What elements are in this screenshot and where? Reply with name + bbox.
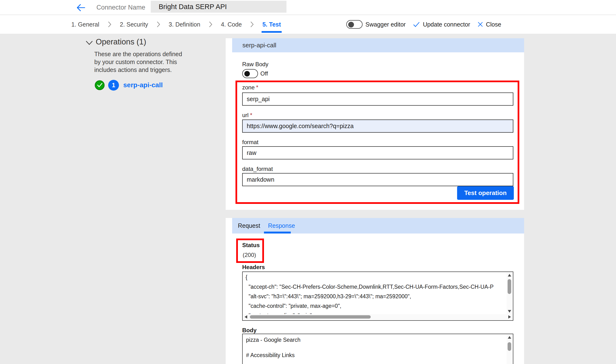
checkmark-icon <box>413 21 420 27</box>
scroll-up-icon[interactable] <box>508 274 511 276</box>
wizard-nav-bar: 1. General 2. Security 3. Definition 4. … <box>0 15 616 34</box>
operation-panel-header: serp-api-call <box>232 38 524 52</box>
chevron-right-icon <box>107 21 112 28</box>
scroll-up-icon[interactable] <box>508 336 511 339</box>
update-connector-button[interactable]: Update connector <box>413 21 470 28</box>
scroll-right-icon[interactable] <box>508 315 511 319</box>
scrollbar-thumb[interactable] <box>250 315 371 319</box>
operation-number-badge: 1 <box>108 80 119 91</box>
wizard-steps: 1. General 2. Security 3. Definition 4. … <box>71 15 281 34</box>
swagger-editor-label: Swagger editor <box>365 21 406 28</box>
swagger-editor-toggle[interactable] <box>346 20 363 29</box>
tab-code[interactable]: 4. Code <box>221 15 242 34</box>
zone-input[interactable] <box>242 92 513 106</box>
swagger-editor-toggle-group: Swagger editor <box>346 20 406 29</box>
headers-label: Headers <box>242 264 265 271</box>
toggle-knob <box>348 22 354 27</box>
format-field-label: format <box>242 139 258 145</box>
operation-list-item: 1 serp-api-call <box>95 79 163 91</box>
operation-panel-title: serp-api-call <box>242 42 276 49</box>
tab-request[interactable]: Request <box>238 218 260 234</box>
status-label: Status <box>242 242 260 248</box>
tab-test[interactable]: 5. Test <box>262 15 281 34</box>
body-label: Body <box>242 327 257 334</box>
operations-collapse-chevron-down-icon[interactable] <box>85 39 93 46</box>
tab-security[interactable]: 2. Security <box>120 15 148 34</box>
headers-textarea[interactable]: { "accept-ch": "Sec-CH-Prefers-Color-Sch… <box>242 272 513 321</box>
chevron-right-icon <box>156 21 161 28</box>
nav-actions: Swagger editor Update connector Close <box>346 15 501 34</box>
data-format-field-label: data_format <box>242 166 273 172</box>
operations-description: These are the operations defined by your… <box>94 50 182 74</box>
headers-content: { "accept-ch": "Sec-CH-Prefers-Color-Sch… <box>246 273 503 320</box>
format-input[interactable] <box>242 146 513 159</box>
status-value: (200) <box>243 252 256 258</box>
required-asterisk: * <box>256 84 258 91</box>
data-format-input[interactable] <box>242 173 513 186</box>
tab-definition[interactable]: 3. Definition <box>169 15 200 34</box>
raw-body-state-label: Off <box>260 69 268 78</box>
toggle-knob <box>244 71 250 77</box>
tab-general[interactable]: 1. General <box>71 15 99 34</box>
zone-field-label: zone* <box>242 84 258 91</box>
result-tab-bar: Request Response <box>232 218 524 234</box>
vertical-scrollbar[interactable] <box>507 335 512 364</box>
vertical-scrollbar[interactable] <box>507 273 512 314</box>
back-arrow-icon[interactable] <box>76 3 86 13</box>
operations-title: Operations (1) <box>96 37 146 46</box>
body-content: pizza - Google Search # Accessibility Li… <box>246 336 503 359</box>
scrollbar-thumb[interactable] <box>508 279 511 294</box>
scrollbar-thumb[interactable] <box>508 342 511 351</box>
chevron-right-icon <box>250 21 254 28</box>
connector-name-input[interactable] <box>151 1 286 13</box>
horizontal-scrollbar[interactable] <box>243 314 512 320</box>
required-asterisk: * <box>250 112 252 118</box>
success-check-icon <box>95 80 105 90</box>
scroll-down-icon[interactable] <box>508 310 511 313</box>
operation-link-serp-api-call[interactable]: serp-api-call <box>123 81 163 89</box>
update-connector-label: Update connector <box>423 21 470 28</box>
raw-body-label: Raw Body <box>242 61 268 68</box>
body-textarea[interactable]: pizza - Google Search # Accessibility Li… <box>242 334 513 364</box>
url-input[interactable] <box>242 119 513 133</box>
raw-body-toggle[interactable] <box>242 69 258 78</box>
close-button[interactable]: Close <box>477 21 501 28</box>
close-label: Close <box>486 21 501 28</box>
active-tab-underline <box>264 232 291 234</box>
tab-response[interactable]: Response <box>268 218 295 234</box>
connector-name-label: Connector Name <box>97 0 145 15</box>
url-field-label: url* <box>242 112 252 118</box>
close-icon <box>477 22 483 27</box>
chevron-right-icon <box>209 21 213 28</box>
top-bar: Connector Name <box>0 0 616 15</box>
scroll-left-icon[interactable] <box>245 315 247 319</box>
custom-connector-test-page: Connector Name 1. General 2. Security 3.… <box>0 0 616 364</box>
test-operation-button[interactable]: Test operation <box>457 186 514 200</box>
